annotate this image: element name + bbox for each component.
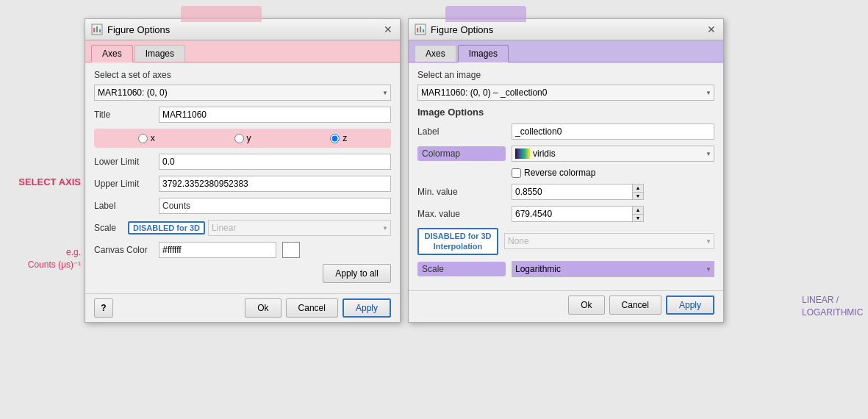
apply-to-all-button[interactable]: Apply to all <box>323 264 391 283</box>
colormap-label: Colormap <box>417 146 506 161</box>
radio-z[interactable]: z <box>290 133 387 143</box>
radio-x-label: x <box>151 133 155 143</box>
left-tab-images[interactable]: Images <box>134 45 185 62</box>
min-value-spinner-btns: ▲ ▼ <box>632 184 644 200</box>
label-row: Label <box>94 198 391 214</box>
left-dialog-title: Figure Options <box>107 24 378 35</box>
apply-all-row: Apply to all <box>94 264 391 283</box>
colormap-inner[interactable]: viridis <box>512 146 714 162</box>
reverse-colormap-checkbox[interactable] <box>512 168 521 178</box>
scale-select-wrapper[interactable]: Linear <box>208 220 391 236</box>
max-value-input[interactable] <box>512 206 644 222</box>
radio-z-input[interactable] <box>330 134 340 143</box>
right-scale-select-wrapper[interactable]: Logarithmic <box>512 261 714 277</box>
reverse-colormap-row: Reverse colormap <box>512 168 714 178</box>
image-select-wrapper[interactable]: MAR11060: (0, 0) – _collection0 <box>417 85 714 101</box>
right-cancel-button[interactable]: Cancel <box>609 296 661 315</box>
right-scale-row: Scale Logarithmic <box>417 261 714 277</box>
scale-row: Scale DISABLED for 3D Linear <box>94 220 391 236</box>
colormap-row: Colormap viridis <box>417 146 714 162</box>
lower-limit-input[interactable] <box>159 154 391 170</box>
right-tab-images[interactable]: Images <box>458 45 509 62</box>
cancel-button[interactable]: Cancel <box>286 298 338 318</box>
ok-button[interactable]: Ok <box>245 298 281 318</box>
figure-options-icon <box>91 24 103 35</box>
right-tab-axes[interactable]: Axes <box>415 45 456 62</box>
title-label: Title <box>94 110 153 120</box>
label-input[interactable] <box>159 198 391 214</box>
max-value-down-button[interactable]: ▼ <box>633 215 643 222</box>
min-value-row: Min. value ▲ ▼ <box>417 184 714 200</box>
right-dialog: Figure Options ✕ Axes Images Select an i… <box>408 18 724 323</box>
image-label-row: Label <box>417 123 714 140</box>
select-axes-label: Select a set of axes <box>94 70 391 80</box>
axes-select-row: MAR11060: (0, 0) <box>94 85 391 101</box>
radio-z-label: z <box>342 133 347 143</box>
radio-y-input[interactable] <box>234 134 244 143</box>
interpolation-row: DISABLED for 3D Interpolation None <box>417 228 714 255</box>
upper-limit-input[interactable] <box>159 176 391 192</box>
left-dialog-titlebar: Figure Options ✕ <box>85 19 400 40</box>
right-dialog-body: Select an image MAR11060: (0, 0) – _coll… <box>409 62 723 290</box>
right-tabs-bar: Axes Images <box>409 40 723 62</box>
right-apply-button[interactable]: Apply <box>666 296 714 315</box>
colormap-value: viridis <box>533 148 556 159</box>
left-tabs-bar: Axes Images <box>85 40 400 62</box>
max-value-up-button[interactable]: ▲ <box>633 207 643 215</box>
right-dialog-close-button[interactable]: ✕ <box>706 24 717 35</box>
interpolation-select-wrapper[interactable]: None <box>504 233 714 249</box>
left-tab-axes[interactable]: Axes <box>91 45 133 62</box>
canvas-color-row: Canvas Color <box>94 242 391 258</box>
left-dialog-footer: ? Ok Cancel Apply <box>85 293 400 322</box>
radio-x[interactable]: x <box>98 133 195 143</box>
right-scale-select[interactable]: Logarithmic <box>512 261 714 277</box>
eg-annotation: e.g.Counts (μs)⁻¹ <box>0 246 81 271</box>
axes-select-wrapper[interactable]: MAR11060: (0, 0) <box>94 85 391 101</box>
radio-x-input[interactable] <box>138 134 148 143</box>
apply-button[interactable]: Apply <box>342 298 391 318</box>
lower-limit-label: Lower Limit <box>94 157 153 167</box>
axis-radio-group: x y z <box>94 129 391 148</box>
min-value-input[interactable] <box>512 184 644 200</box>
right-ok-button[interactable]: Ok <box>568 296 604 315</box>
image-select-row: MAR11060: (0, 0) – _collection0 <box>417 85 714 101</box>
image-label-input[interactable] <box>512 123 714 140</box>
radio-y[interactable]: y <box>195 133 291 143</box>
min-value-up-button[interactable]: ▲ <box>633 185 643 193</box>
image-options-title: Image Options <box>417 107 714 118</box>
left-dialog-body: Select a set of axes MAR11060: (0, 0) Ti… <box>85 62 400 293</box>
right-scale-label: Scale <box>417 262 506 276</box>
min-value-spinner[interactable]: ▲ ▼ <box>512 184 644 200</box>
min-value-down-button[interactable]: ▼ <box>633 193 643 200</box>
linear-log-annotation: LINEAR /LOGARITHMIC <box>802 294 868 319</box>
scale-select[interactable]: Linear <box>208 220 391 236</box>
left-dialog: Figure Options ✕ Axes Images Select a se… <box>85 18 401 323</box>
title-row: Title <box>94 107 391 123</box>
upper-limit-label: Upper Limit <box>94 179 153 189</box>
lower-limit-row: Lower Limit <box>94 154 391 170</box>
help-button[interactable]: ? <box>94 298 113 318</box>
max-value-label: Max. value <box>417 209 506 219</box>
canvas-color-input[interactable] <box>159 242 276 258</box>
viridis-gradient <box>515 148 530 159</box>
right-dialog-footer: Ok Cancel Apply <box>409 290 723 319</box>
title-input[interactable] <box>159 107 391 123</box>
interpolation-disabled-label: DISABLED for 3D Interpolation <box>417 228 498 255</box>
canvas-color-label: Canvas Color <box>94 245 153 255</box>
colormap-select-wrapper[interactable]: viridis <box>512 146 714 162</box>
max-value-spinner[interactable]: ▲ ▼ <box>512 206 644 222</box>
canvas-color-swatch[interactable] <box>282 242 300 258</box>
label-label: Label <box>94 201 153 211</box>
right-figure-options-icon <box>415 24 426 35</box>
right-dialog-titlebar: Figure Options ✕ <box>409 19 723 40</box>
min-value-label: Min. value <box>417 187 506 197</box>
select-axis-annotation: SELECT AXIS <box>0 176 81 187</box>
reverse-colormap-label: Reverse colormap <box>524 168 595 178</box>
left-dialog-close-button[interactable]: ✕ <box>382 24 394 35</box>
scale-label: Scale <box>94 223 125 233</box>
interpolation-select[interactable]: None <box>504 233 714 249</box>
right-dialog-title: Figure Options <box>431 24 701 35</box>
max-value-spinner-btns: ▲ ▼ <box>632 206 644 222</box>
axes-select[interactable]: MAR11060: (0, 0) <box>94 85 391 101</box>
image-select[interactable]: MAR11060: (0, 0) – _collection0 <box>417 85 714 101</box>
